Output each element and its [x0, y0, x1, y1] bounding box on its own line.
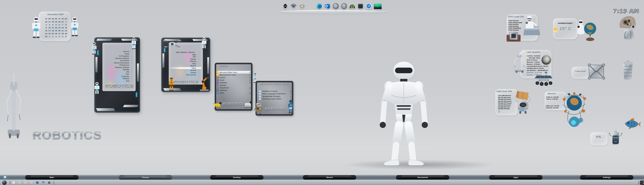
menu-item[interactable]: Info› — [103, 71, 134, 73]
menu-item[interactable]: ART› — [169, 56, 202, 58]
menu-item[interactable]: Windows Settings — [103, 66, 134, 69]
menu-item[interactable]: WWordw — [217, 92, 250, 94]
calendar-day[interactable]: 27 — [48, 20, 51, 23]
windows-start-icon[interactable] — [12, 181, 15, 184]
calendar-day[interactable]: 10 — [48, 26, 51, 29]
nexus-icon[interactable]: NeXuS — [282, 3, 288, 9]
calendar-day[interactable]: 2 — [51, 35, 54, 38]
tray-volume-icon[interactable] — [642, 183, 644, 184]
calendar-day[interactable]: 18 — [51, 29, 54, 32]
menu-item[interactable]: All Programs› — [103, 55, 134, 57]
mail-envelope-icon[interactable] — [588, 63, 606, 81]
shelf-tab-main[interactable]: Main — [25, 175, 78, 180]
menu-item[interactable]: Utilities› — [169, 72, 202, 74]
tray-network-icon[interactable] — [642, 181, 644, 183]
calendar-day[interactable]: 9 — [44, 26, 48, 29]
calendar-day[interactable]: 2 — [44, 23, 48, 26]
winged-clock-icon[interactable] — [298, 3, 306, 9]
calendar-day[interactable]: 29 — [64, 32, 68, 35]
menu-item[interactable]: XExcele — [217, 79, 250, 81]
menu-item[interactable]: Misc› — [169, 62, 202, 65]
calendar-day[interactable]: 22 — [64, 29, 68, 32]
calendar-day[interactable]: 14 — [61, 26, 64, 29]
app-tiles-icon[interactable] — [36, 181, 39, 184]
calendar-day[interactable]: 6 — [58, 23, 61, 26]
menu-item[interactable]: File Explorer — [169, 74, 202, 76]
menu-item[interactable]: Recent Programs› — [103, 57, 134, 60]
menu-item[interactable]: Apps› — [169, 53, 202, 56]
menu-item[interactable]: Spreadsheet Compares — [259, 95, 291, 98]
shelf-tab-settings[interactable]: Settings — [580, 175, 634, 180]
calendar-day[interactable]: 15 — [64, 26, 68, 29]
search-icon[interactable] — [18, 181, 21, 184]
menu-item[interactable]: Internet — [103, 50, 134, 53]
calendar-prev-button[interactable]: ‹ — [41, 13, 42, 16]
menu-item[interactable]: PPowerPointp — [217, 86, 250, 89]
outlook-icon[interactable] — [324, 3, 331, 9]
menu-item[interactable]: Settings› — [103, 68, 134, 71]
app-monitor-icon[interactable] — [48, 181, 50, 184]
task-view-icon[interactable] — [24, 181, 27, 184]
menu-item[interactable]: Internet› — [169, 60, 202, 62]
calendar-day[interactable]: 16 — [44, 29, 48, 32]
calendar-day[interactable]: 4 — [51, 23, 54, 26]
calendar-day[interactable]: 21 — [61, 29, 64, 32]
calendar-day[interactable]: 13 — [58, 26, 61, 29]
calendar-day[interactable]: 28 — [51, 20, 54, 23]
menu-item[interactable]: AMD Software: Adrenali...› — [169, 51, 202, 53]
calendar-day[interactable]: 1 — [48, 35, 51, 38]
calendar-day[interactable]: 24 — [48, 32, 51, 35]
calendar-day[interactable]: 5 — [54, 23, 58, 26]
shelf-tab-recent[interactable]: Recent — [303, 175, 356, 180]
menu-item[interactable]: Network› — [103, 77, 134, 80]
menu-item[interactable]: Database Compared — [259, 90, 291, 92]
edge-browser-icon[interactable] — [316, 3, 322, 9]
menu-item[interactable]: Exit› — [103, 80, 134, 82]
menu-item[interactable]: Office Language Preferenceso — [259, 92, 291, 95]
calendar-day[interactable]: 4 — [58, 35, 61, 38]
menu-item[interactable]: Preferences — [103, 64, 134, 66]
winstep-tiles-icon[interactable] — [290, 3, 297, 9]
calendar-day[interactable]: 8 — [64, 23, 68, 26]
menu-item[interactable]: Games› — [169, 58, 202, 60]
tray-expand-icon[interactable] — [640, 182, 642, 183]
calendar-day[interactable]: 26 — [54, 32, 58, 35]
battery-robot-icon[interactable] — [607, 131, 625, 146]
aurora-wallpaper-icon[interactable] — [374, 3, 382, 9]
calendar-day[interactable]: 27 — [58, 32, 61, 35]
calendar-day[interactable]: 19 — [54, 29, 58, 32]
calendar-day[interactable]: 31 — [61, 20, 64, 23]
calendar-day[interactable]: 12 — [54, 26, 58, 29]
shelf-tab-apps[interactable]: Apps — [489, 175, 542, 180]
app-photos-icon[interactable] — [42, 181, 44, 184]
calendar-day[interactable]: 26 — [44, 20, 48, 23]
menu-item[interactable]: Office› — [169, 67, 202, 69]
menu-item[interactable]: Documents› — [103, 59, 134, 62]
menu-item[interactable]: PPublisher — [217, 89, 250, 92]
calendar-day[interactable]: 3 — [48, 23, 51, 26]
calendar-day[interactable]: 30 — [58, 20, 61, 23]
shelf-tab-themes[interactable]: Themes — [119, 175, 172, 180]
calendar-day[interactable]: 17 — [48, 29, 51, 32]
shelf-tab-documents[interactable]: Documents — [396, 175, 450, 180]
calendar-next-button[interactable]: › — [69, 13, 70, 16]
menu-item[interactable]: Computer› — [103, 75, 134, 78]
calendar-day[interactable]: 28 — [61, 32, 64, 35]
system-tray[interactable]: 7:15 AM — [640, 180, 644, 185]
menu-item[interactable]: OOutlook — [217, 84, 250, 86]
calendar-day[interactable]: 6 — [64, 35, 68, 38]
shelf-led-left[interactable] — [4, 176, 7, 179]
calendar-day[interactable]: 23 — [44, 32, 48, 35]
menu-item[interactable]: Telemetry Log for Officet — [259, 98, 291, 100]
menu-item[interactable]: NOneNoteo — [217, 81, 250, 84]
calendar-day[interactable]: 3 — [54, 35, 58, 38]
chat-icon[interactable] — [30, 181, 33, 184]
shelf-tab-desktop[interactable]: Desktop — [210, 175, 264, 180]
calendar-day[interactable]: 7 — [61, 23, 64, 26]
menu-item[interactable]: AAccessa — [217, 76, 250, 79]
menu-item[interactable]: MUSIC› — [169, 65, 202, 67]
calendar-day[interactable]: 11 — [51, 26, 54, 29]
menu-item[interactable]: Email — [103, 53, 134, 55]
menu-item[interactable]: Run — [103, 73, 134, 75]
menu-item[interactable]: Recent Documents› — [103, 62, 134, 64]
